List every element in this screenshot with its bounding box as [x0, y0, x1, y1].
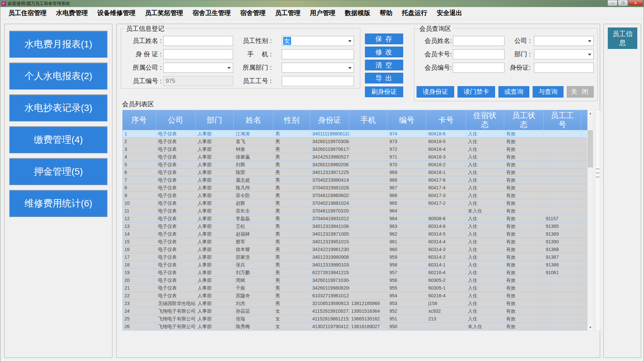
table-row-8[interactable]: 8电子仪表人事部陈凡伟男3704031998102841...96760417-…: [123, 184, 587, 192]
sidebar-button-4[interactable]: 缴费管理(4): [9, 126, 107, 153]
close-button[interactable]: ✕: [628, 0, 643, 6]
cell: 入住: [466, 215, 504, 222]
employee-workno-input[interactable]: [282, 76, 354, 86]
column-header-10[interactable]: 住宿状 态: [466, 110, 504, 130]
close-query-button[interactable]: 关 闭: [567, 86, 594, 98]
or-query-button[interactable]: 或查询: [498, 86, 529, 98]
cell: 人事部: [196, 284, 234, 292]
table-row-21[interactable]: 21电子仪表人事部干振男3426011998082002...95560305-…: [123, 284, 587, 292]
menu-item-11[interactable]: 托盘运行: [397, 9, 432, 17]
read-idcard-button[interactable]: 刷身份证: [365, 86, 403, 97]
panel-scrollbar[interactable]: [595, 110, 600, 330]
table-row-9[interactable]: 9电子仪表人事部苏令防男3704811996060238...96660417-…: [123, 192, 587, 199]
table-row-7[interactable]: 7电子仪表人事部聂志超男3704021998041453...96860417-…: [123, 176, 587, 184]
column-header-6[interactable]: 身份证: [310, 110, 349, 130]
table-row-24[interactable]: 24飞翎电子有限公司人事部孙苗苗女4115281991092729...1395…: [123, 307, 587, 315]
scroll-down-icon[interactable]: ▼: [588, 324, 593, 330]
employee-info-button[interactable]: 员工信息: [608, 27, 637, 49]
restore-button[interactable]: ❐: [618, 0, 628, 6]
employee-dept-combo[interactable]: [282, 63, 354, 73]
read-access-card-button[interactable]: 读门禁卡: [458, 86, 495, 98]
table-row-15[interactable]: 15电子仪表人事部蔡军男3401231995101562...96160314-…: [123, 238, 587, 246]
table-scrollbar-thumb[interactable]: [588, 130, 593, 167]
cell: 3704021988102453...: [311, 199, 350, 207]
menu-item-2[interactable]: 水电费管理: [51, 9, 93, 17]
table-row-19[interactable]: 19电子仪表人事部刘万鹏男6227261994121530...95760216…: [123, 269, 587, 277]
table-scrollbar[interactable]: ▲ ▼: [587, 110, 593, 330]
query-company-combo[interactable]: [534, 36, 594, 46]
table-row-4[interactable]: 4电子仪表人事部徐家嬴男3424251998052705...97160418-…: [123, 153, 587, 161]
table-row-6[interactable]: 6电子仪表人事部陈荣男3401231997122516...96960418-1…: [123, 169, 587, 176]
member-name-input[interactable]: [453, 36, 504, 46]
table-row-26[interactable]: 26飞翎电子有限公司人事部陈秀梅女4130211979041219...1361…: [123, 323, 587, 330]
chevron-down-icon[interactable]: [588, 40, 591, 42]
column-header-2[interactable]: 公司: [156, 110, 196, 130]
table-row-12[interactable]: 12电子仪表人事部李磊磊男3704041993101250...96480508…: [123, 215, 587, 223]
employee-idcard-input[interactable]: [163, 49, 233, 59]
chevron-down-icon[interactable]: [227, 67, 231, 69]
column-header-9[interactable]: 卡号: [426, 110, 466, 130]
sidebar-button-2[interactable]: 个人水电报表(2): [9, 63, 107, 89]
column-header-4[interactable]: 姓名: [234, 110, 273, 130]
column-header-11[interactable]: 员工状 态: [504, 110, 544, 130]
column-header-8[interactable]: 编号: [387, 110, 426, 130]
table-row-17[interactable]: 17电子仪表人事部邵家浩男3401231998090820...95960314…: [123, 253, 587, 261]
table-row-20[interactable]: 20电子仪表人事部周斌男3426011997103040...95660305-…: [123, 277, 587, 284]
column-header-5[interactable]: 性别: [273, 110, 310, 130]
modify-button[interactable]: 修 改: [365, 47, 403, 57]
menu-item-4[interactable]: 员工奖惩管理: [140, 9, 188, 17]
employee-name-input[interactable]: [163, 36, 233, 46]
sidebar-button-1[interactable]: 水电费月报表(1): [9, 31, 107, 58]
menu-item-8[interactable]: 用户管理: [305, 9, 340, 17]
employee-phone-input[interactable]: [282, 49, 354, 59]
menu-item-12[interactable]: 安全退出: [432, 9, 467, 17]
chevron-down-icon[interactable]: [348, 67, 352, 69]
cell: 91385: [544, 223, 582, 230]
column-header-12[interactable]: 员工工 号: [544, 110, 581, 130]
cell: 人事部: [196, 169, 234, 176]
menu-item-1[interactable]: 员工住宿管理: [4, 9, 51, 17]
scrollbar-grip-icon[interactable]: [596, 169, 599, 177]
table-row-1[interactable]: 1电子仪表人事部江海涛男3401111998061105...97460418-…: [123, 130, 587, 138]
sidebar-button-6[interactable]: 维修费用统计(6): [9, 190, 107, 217]
cell: 女: [274, 307, 311, 315]
table-row-18[interactable]: 18电子仪表人事部张兵男3401231998010348...95860314-…: [123, 261, 587, 269]
member-number-input[interactable]: [453, 63, 504, 73]
read-idcard-query-button[interactable]: 读身份证: [417, 86, 454, 98]
query-idcard-input[interactable]: [534, 63, 594, 73]
column-header-7[interactable]: 手机: [349, 110, 387, 130]
table-row-13[interactable]: 13电子仪表人事部王松男3401231994110848...96360314-…: [123, 223, 587, 230]
menu-item-5[interactable]: 宿舍卫生管理: [188, 9, 235, 17]
member-card-input[interactable]: [453, 49, 504, 59]
save-button[interactable]: 保 存: [365, 34, 403, 44]
table-row-2[interactable]: 2电子仪表人事部袁飞男3426011997030946...97360418-5…: [123, 138, 587, 145]
column-header-3[interactable]: 部门: [196, 110, 234, 130]
menu-item-3[interactable]: 设备维修管理: [93, 9, 140, 17]
table-row-10[interactable]: 10电子仪表人事部赵辉男3704021988102453...96560417-…: [123, 199, 587, 207]
chevron-down-icon[interactable]: [588, 54, 591, 56]
and-query-button[interactable]: 与查询: [533, 86, 564, 98]
column-header-1[interactable]: 序号: [122, 110, 156, 130]
minimize-button[interactable]: ─: [607, 0, 618, 6]
menu-item-9[interactable]: 数据模版: [340, 9, 375, 17]
scroll-up-icon[interactable]: ▲: [588, 110, 593, 116]
menu-item-10[interactable]: 帮助: [375, 9, 397, 17]
table-row-23[interactable]: 23无锡国联华光电站...人事部刘杰男3210851959061318...13…: [123, 300, 587, 307]
sidebar-button-3[interactable]: 水电抄表记录(3): [9, 95, 107, 121]
employee-company-combo[interactable]: [163, 63, 233, 73]
chevron-down-icon[interactable]: [348, 40, 352, 42]
query-dept-combo[interactable]: [534, 49, 594, 59]
clear-button[interactable]: 清 空: [365, 60, 403, 70]
table-row-5[interactable]: 5电子仪表人事部刘斯男3426011996020671...97060418-2…: [123, 161, 587, 169]
sidebar-button-5[interactable]: 押金管理(5): [9, 158, 107, 185]
menu-item-7[interactable]: 员工管理: [270, 9, 305, 17]
table-row-3[interactable]: 3电子仪表人事部钟泉男3426011997061753...97260418-4…: [123, 145, 587, 153]
table-row-11[interactable]: 11电子仪表人事部苏长生男3704811997032038...964未入住有效: [123, 207, 587, 215]
table-row-22[interactable]: 22电子仪表人事部苏陇奇男6103271996101234...95460216…: [123, 292, 587, 300]
table-row-16[interactable]: 16电子仪表人事部徐本耀男3424221996123052...96060314…: [123, 246, 587, 253]
table-row-14[interactable]: 14电子仪表人事部赵福林男3401231997100572...96260314…: [123, 230, 587, 238]
table-row-25[interactable]: 25飞翎电子有限公司人事部张瑞女4115281986121529...13665…: [123, 315, 587, 323]
employee-gender-combo[interactable]: 女: [282, 36, 354, 46]
export-button[interactable]: 导 出: [365, 73, 403, 83]
menu-item-6[interactable]: 宿舍管理: [235, 9, 270, 17]
